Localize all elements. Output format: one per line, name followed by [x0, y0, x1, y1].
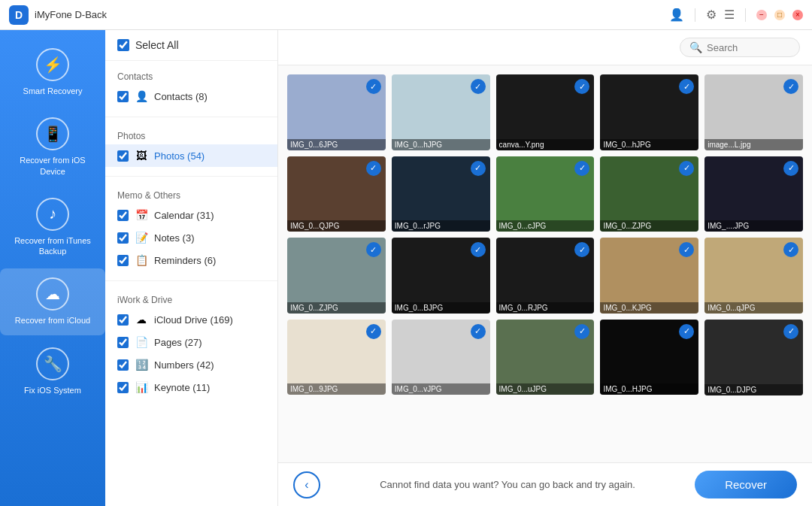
keynote-checkbox[interactable] — [117, 382, 129, 393]
sidebar-label-recover-ios: Recover from iOS Device — [6, 155, 99, 177]
photo-item[interactable]: ✓ IMG_0...RJPG — [496, 238, 595, 314]
maximize-button[interactable]: □ — [774, 10, 785, 20]
search-icon: 🔍 — [689, 41, 702, 53]
photo-item[interactable]: ✓ image...L.jpg — [704, 74, 803, 150]
photo-label: IMG_0...9JPG — [287, 383, 386, 395]
photo-item[interactable]: ✓ IMG_0...hJPG — [392, 74, 490, 150]
photos-label: Photos (54) — [154, 150, 205, 162]
photo-label: IMG_0...hJPG — [392, 139, 490, 150]
sidebar: ⚡ Smart Recovery 📱 Recover from iOS Devi… — [0, 30, 105, 506]
recover-ios-icon: 📱 — [36, 117, 69, 150]
photo-item[interactable]: ✓ IMG_....JPG — [704, 156, 803, 232]
divider-memo — [105, 280, 277, 281]
recover-button[interactable]: Recover — [695, 471, 797, 498]
photo-item[interactable]: ✓ IMG_0...QJPG — [287, 156, 386, 232]
photo-check-icon: ✓ — [366, 242, 381, 257]
nav-item-pages[interactable]: 📄 Pages (27) — [105, 331, 277, 353]
photo-item[interactable]: ✓ IMG_0...uJPG — [496, 320, 595, 395]
photo-item[interactable]: ✓ IMG_0...ZJPG — [287, 238, 386, 314]
photo-label: IMG_0...uJPG — [496, 383, 595, 395]
photo-label: IMG_0...ZJPG — [600, 220, 698, 232]
photo-label: IMG_0...QJPG — [287, 220, 386, 232]
close-button[interactable]: × — [792, 10, 803, 20]
contacts-label: Contacts (8) — [154, 91, 208, 102]
contacts-section-title: Contacts — [105, 67, 277, 85]
photo-check-icon: ✓ — [679, 324, 694, 339]
photo-item[interactable]: ✓ IMG_0...cJPG — [496, 156, 595, 232]
photo-check-icon: ✓ — [366, 324, 381, 339]
sidebar-item-smart-recovery[interactable]: ⚡ Smart Recovery — [0, 39, 105, 105]
nav-item-reminders[interactable]: 📋 Reminders (6) — [105, 249, 277, 271]
nav-item-calendar[interactable]: 📅 Calendar (31) — [105, 204, 277, 226]
photo-check-icon: ✓ — [783, 161, 798, 176]
notes-checkbox[interactable] — [117, 232, 129, 244]
sidebar-item-fix-ios[interactable]: 🔧 Fix iOS System — [0, 338, 105, 404]
sidebar-label-fix-ios: Fix iOS System — [24, 385, 81, 395]
pages-checkbox[interactable] — [117, 337, 129, 348]
photo-item[interactable]: ✓ IMG_0...ZJPG — [600, 156, 698, 232]
photo-item[interactable]: ✓ IMG_0...DJPG — [704, 320, 803, 395]
smart-recovery-icon: ⚡ — [36, 48, 69, 81]
photos-section: Photos 🖼 Photos (54) — [105, 120, 277, 173]
nav-item-notes[interactable]: 📝 Notes (3) — [105, 226, 277, 249]
search-input[interactable] — [707, 42, 790, 53]
settings-icon[interactable]: ⚙ — [706, 8, 717, 22]
divider2 — [745, 8, 746, 22]
photos-checkbox[interactable] — [117, 150, 129, 162]
reminders-label: Reminders (6) — [154, 255, 216, 266]
calendar-icon: 📅 — [135, 208, 148, 222]
photo-item[interactable]: ✓ IMG_0...9JPG — [287, 320, 386, 395]
photo-item[interactable]: ✓ IMG_0...vJPG — [392, 320, 490, 395]
nav-item-keynote[interactable]: 📊 Keynote (11) — [105, 376, 277, 398]
photo-item[interactable]: ✓ IMG_0...qJPG — [704, 238, 803, 314]
photo-check-icon: ✓ — [471, 324, 486, 339]
photo-label: IMG_0...BJPG — [392, 302, 490, 314]
account-icon[interactable]: 👤 — [669, 8, 684, 22]
photo-check-icon: ✓ — [366, 79, 381, 94]
nav-item-contacts[interactable]: 👤 Contacts (8) — [105, 85, 277, 108]
app-body: ⚡ Smart Recovery 📱 Recover from iOS Devi… — [0, 30, 812, 506]
photo-label: IMG_0...qJPG — [704, 302, 803, 314]
photo-check-icon: ✓ — [366, 161, 381, 176]
photo-check-icon: ✓ — [471, 161, 486, 176]
photos-section-title: Photos — [105, 126, 277, 144]
photo-item[interactable]: ✓ IMG_0...KJPG — [600, 238, 698, 314]
reminders-icon: 📋 — [135, 253, 148, 267]
contacts-checkbox[interactable] — [117, 91, 129, 102]
nav-header: Select All — [105, 30, 277, 61]
reminders-checkbox[interactable] — [117, 255, 129, 266]
photo-check-icon: ✓ — [783, 79, 798, 94]
nav-item-numbers[interactable]: 🔢 Numbers (42) — [105, 353, 277, 376]
photo-check-icon: ✓ — [471, 79, 486, 94]
photo-check-icon: ✓ — [783, 324, 798, 339]
sidebar-item-recover-icloud[interactable]: ☁ Recover from iCloud — [0, 268, 105, 335]
sidebar-label-smart-recovery: Smart Recovery — [23, 86, 83, 96]
numbers-label: Numbers (42) — [154, 359, 214, 371]
numbers-checkbox[interactable] — [117, 359, 129, 371]
search-box[interactable]: 🔍 — [680, 38, 800, 57]
photo-item[interactable]: ✓ IMG_0...BJPG — [392, 238, 490, 314]
icloud-drive-icon: ☁ — [135, 313, 148, 326]
photo-item[interactable]: ✓ IMG_0...6JPG — [287, 74, 386, 150]
photo-item[interactable]: ✓ IMG_0...rJPG — [392, 156, 490, 232]
photo-item[interactable]: ✓ canva...Y.png — [496, 74, 595, 150]
sidebar-item-recover-itunes[interactable]: ♪ Recover from iTunes Backup — [0, 189, 105, 266]
keynote-icon: 📊 — [135, 380, 148, 394]
app-logo: D — [9, 5, 29, 25]
minimize-button[interactable]: − — [756, 10, 767, 20]
nav-item-icloud-drive[interactable]: ☁ iCloud Drive (169) — [105, 308, 277, 331]
photo-label: IMG_0...vJPG — [392, 383, 490, 395]
recover-itunes-icon: ♪ — [36, 198, 69, 231]
back-button[interactable]: ‹ — [293, 471, 320, 498]
icloud-drive-checkbox[interactable] — [117, 314, 129, 326]
photos-icon: 🖼 — [135, 149, 148, 162]
select-all-checkbox[interactable] — [117, 39, 129, 51]
iwork-section-title: iWork & Drive — [105, 290, 277, 308]
photo-item[interactable]: ✓ IMG_0...hJPG — [600, 74, 698, 150]
photo-label: IMG_....JPG — [704, 220, 803, 232]
photo-item[interactable]: ✓ IMG_0...HJPG — [600, 320, 698, 395]
calendar-checkbox[interactable] — [117, 210, 129, 221]
menu-icon[interactable]: ☰ — [724, 8, 735, 22]
sidebar-item-recover-ios[interactable]: 📱 Recover from iOS Device — [0, 108, 105, 186]
nav-item-photos[interactable]: 🖼 Photos (54) — [105, 144, 277, 167]
